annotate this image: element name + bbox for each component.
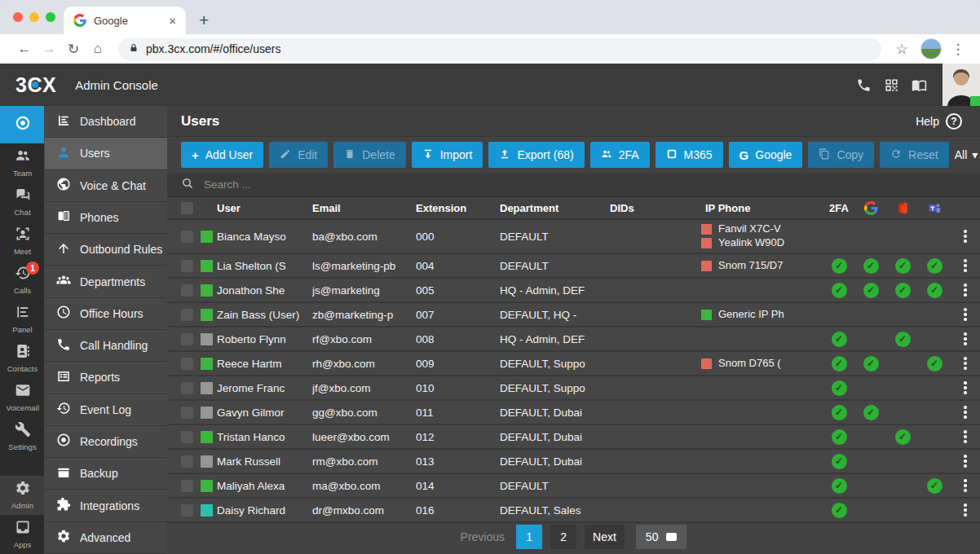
2fa-button[interactable]: 2FA — [590, 142, 650, 168]
export-68-button[interactable]: Export (68) — [488, 142, 584, 168]
sidebar-item-departments[interactable]: Departments — [45, 266, 167, 297]
sidebar-item-reports[interactable]: Reports — [45, 362, 167, 394]
browser-tab[interactable]: Google × — [64, 7, 186, 34]
row-menu-button[interactable] — [951, 503, 980, 517]
minimize-window-button[interactable] — [29, 12, 39, 22]
book-icon[interactable] — [905, 77, 933, 92]
home-icon[interactable]: ⌂ — [86, 41, 110, 57]
sidebar-item-phones[interactable]: Phones — [45, 202, 167, 234]
back-icon[interactable]: ← — [12, 41, 37, 57]
m365-button[interactable]: M365 — [656, 142, 723, 168]
row-menu-button[interactable] — [951, 479, 980, 492]
page-button-1[interactable]: 1 — [516, 525, 542, 549]
rail-item-panel[interactable]: Panel — [0, 300, 45, 339]
sidebar-item-integrations[interactable]: Integrations — [45, 490, 167, 521]
table-row[interactable]: Tristan Hancolueer@xbo.com012DEFAULT, Du… — [167, 425, 980, 450]
row-menu-button[interactable] — [951, 308, 980, 321]
table-row[interactable]: Gavyn Gilmorgg@xbo.com011DEFAULT, Dubai✓… — [167, 401, 980, 425]
sidebar-item-advanced[interactable]: Advanced — [45, 522, 167, 554]
sidebar-item-recordings[interactable]: Recordings — [45, 426, 167, 458]
sidebar-item-voice-chat[interactable]: Voice & Chat — [45, 170, 167, 202]
column-header-department[interactable]: Department — [500, 202, 610, 214]
row-menu-button[interactable] — [951, 332, 980, 345]
next-page-button[interactable]: Next — [585, 525, 625, 549]
forward-icon[interactable]: → — [37, 41, 61, 57]
table-row[interactable]: Lia Shelton (Sls@marketing-pb004DEFAULTS… — [167, 254, 980, 279]
row-checkbox[interactable] — [181, 333, 193, 345]
phone-icon[interactable] — [850, 77, 877, 92]
rail-item-contacts[interactable]: Contacts — [0, 339, 45, 378]
row-checkbox[interactable] — [181, 407, 193, 419]
google-button[interactable]: GGoogle — [729, 142, 803, 168]
row-menu-button[interactable] — [951, 284, 980, 297]
bookmark-star-icon[interactable]: ☆ — [890, 41, 914, 58]
add-user-button[interactable]: +Add User — [181, 142, 263, 168]
row-menu-button[interactable] — [951, 455, 980, 468]
maximize-window-button[interactable] — [46, 12, 55, 22]
rail-item-chat[interactable]: Chat — [0, 182, 45, 222]
table-row[interactable]: Jonathon Shejs@marketing005HQ - Admin, D… — [167, 279, 980, 303]
rail-item-apps[interactable]: Apps — [0, 515, 45, 554]
tab-close-icon[interactable]: × — [169, 14, 176, 28]
delete-button[interactable]: Delete — [333, 142, 405, 168]
sidebar-item-outbound-rules[interactable]: Outbound Rules — [45, 234, 167, 266]
row-checkbox[interactable] — [181, 455, 193, 468]
sidebar-item-users[interactable]: Users — [45, 138, 167, 169]
new-tab-button[interactable]: + — [199, 11, 209, 29]
column-header-email[interactable]: Email — [312, 202, 416, 214]
search-input[interactable] — [204, 178, 448, 191]
rail-item-calls[interactable]: Calls1 — [0, 261, 45, 300]
row-checkbox[interactable] — [181, 431, 193, 443]
page-size-selector[interactable]: 50 — [636, 525, 687, 549]
table-row[interactable]: Daisy Richarddr@mxbo.com016DEFAULT, Sale… — [167, 499, 980, 523]
sidebar-item-office-hours[interactable]: Office Hours — [45, 298, 167, 330]
select-all-checkbox[interactable] — [181, 202, 193, 214]
table-row[interactable]: Roberto Flynnrf@xbo.com008HQ - Admin, DE… — [167, 328, 980, 352]
previous-page-button[interactable]: Previous — [461, 530, 505, 543]
sidebar-item-dashboard[interactable]: Dashboard — [45, 106, 167, 138]
import-button[interactable]: Import — [412, 142, 483, 168]
browser-menu-icon[interactable]: ⋮ — [948, 41, 968, 58]
row-menu-button[interactable] — [951, 406, 980, 419]
address-bar[interactable]: pbx.3cx.com/#/office/users — [118, 38, 881, 60]
rail-item-admin[interactable]: Admin — [0, 476, 45, 515]
rail-item-logo[interactable] — [0, 106, 45, 143]
copy-button[interactable]: Copy — [808, 142, 874, 168]
filter-dropdown[interactable]: All▾ — [955, 148, 978, 161]
row-checkbox[interactable] — [181, 309, 193, 321]
row-checkbox[interactable] — [181, 260, 193, 272]
sidebar-item-event-log[interactable]: Event Log — [45, 394, 167, 426]
column-header-ip-phone[interactable]: IP Phone — [701, 202, 823, 214]
sidebar-item-backup[interactable]: Backup — [45, 458, 167, 490]
row-menu-button[interactable] — [951, 381, 980, 394]
column-header-user[interactable]: User — [217, 202, 312, 214]
rail-item-voicemail[interactable]: Voicemail — [0, 378, 45, 417]
table-row[interactable]: Jerome Francjf@xbo.com010DEFAULT, Suppo✓ — [167, 376, 980, 401]
table-row[interactable]: Mark Russellrm@xbo.com013DEFAULT, Dubai✓ — [167, 450, 980, 474]
row-menu-button[interactable] — [951, 259, 980, 272]
close-window-button[interactable] — [13, 12, 23, 22]
rail-item-settings[interactable]: Settings — [0, 417, 45, 456]
row-checkbox[interactable] — [181, 358, 193, 370]
row-menu-button[interactable] — [951, 357, 980, 370]
column-header-2fa[interactable]: 2FA — [823, 202, 854, 214]
row-checkbox[interactable] — [181, 504, 193, 517]
column-header-extension[interactable]: Extension — [416, 202, 500, 214]
sidebar-item-call-handling[interactable]: Call Handling — [45, 330, 167, 362]
qr-code-icon[interactable] — [877, 77, 905, 92]
table-row[interactable]: Maliyah Alexama@xbo.com014DEFAULT✓✓ — [167, 474, 980, 499]
reset-button[interactable]: Reset — [880, 142, 949, 168]
row-checkbox[interactable] — [181, 382, 193, 394]
row-checkbox[interactable] — [181, 480, 193, 492]
help-link[interactable]: Help ? — [916, 113, 962, 130]
row-checkbox[interactable] — [181, 231, 193, 243]
user-avatar[interactable] — [942, 64, 980, 106]
row-menu-button[interactable] — [951, 230, 980, 243]
page-button-2[interactable]: 2 — [550, 525, 576, 549]
row-checkbox[interactable] — [181, 284, 193, 297]
rail-item-meet[interactable]: Meet — [0, 222, 45, 261]
rail-item-team[interactable]: Team — [0, 143, 45, 182]
table-row[interactable]: Reece Hartmrh@xbo.com009DEFAULT, SuppoSn… — [167, 352, 980, 376]
table-row[interactable]: Bianca Maysoba@xbo.com000DEFAULTFanvil X… — [167, 220, 980, 254]
reload-icon[interactable]: ↻ — [61, 41, 86, 58]
